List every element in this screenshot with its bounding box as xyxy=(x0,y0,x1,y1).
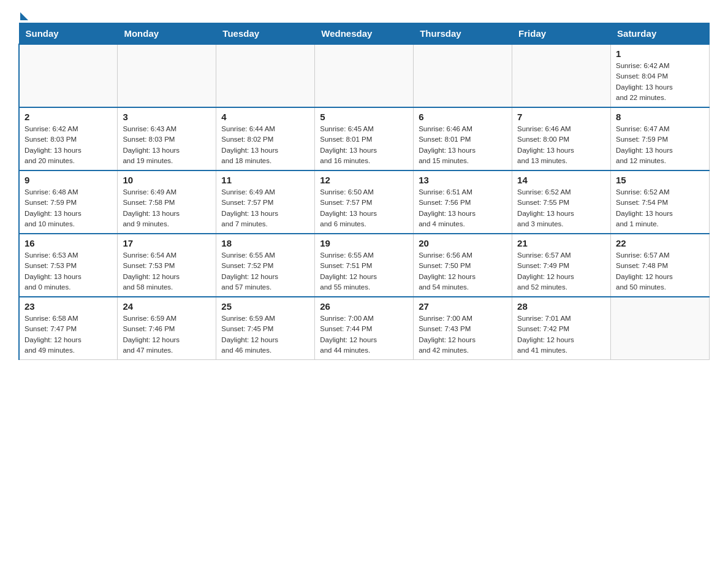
weekday-header-tuesday: Tuesday xyxy=(216,23,315,45)
day-number: 10 xyxy=(123,175,211,185)
day-info: Sunrise: 6:57 AM Sunset: 7:49 PM Dayligh… xyxy=(517,250,605,293)
day-number: 20 xyxy=(419,238,507,248)
calendar-cell: 25Sunrise: 6:59 AM Sunset: 7:45 PM Dayli… xyxy=(216,297,315,360)
day-info: Sunrise: 7:01 AM Sunset: 7:42 PM Dayligh… xyxy=(517,313,605,356)
calendar-week-1: 1Sunrise: 6:42 AM Sunset: 8:04 PM Daylig… xyxy=(19,44,710,107)
day-info: Sunrise: 7:00 AM Sunset: 7:44 PM Dayligh… xyxy=(320,313,408,356)
day-number: 1 xyxy=(616,48,704,59)
calendar-cell: 27Sunrise: 7:00 AM Sunset: 7:43 PM Dayli… xyxy=(414,297,512,360)
day-number: 14 xyxy=(517,175,605,185)
calendar-table: SundayMondayTuesdayWednesdayThursdayFrid… xyxy=(18,23,710,360)
day-number: 28 xyxy=(517,301,605,312)
day-number: 4 xyxy=(221,112,309,122)
calendar-cell: 3Sunrise: 6:43 AM Sunset: 8:03 PM Daylig… xyxy=(118,107,216,170)
day-info: Sunrise: 6:51 AM Sunset: 7:56 PM Dayligh… xyxy=(419,187,507,229)
calendar-cell xyxy=(216,44,315,107)
calendar-cell: 4Sunrise: 6:44 AM Sunset: 8:02 PM Daylig… xyxy=(216,107,315,170)
day-info: Sunrise: 6:42 AM Sunset: 8:04 PM Dayligh… xyxy=(616,61,704,103)
logo xyxy=(18,12,28,17)
day-number: 9 xyxy=(25,175,112,185)
day-info: Sunrise: 6:48 AM Sunset: 7:59 PM Dayligh… xyxy=(25,187,112,229)
calendar-cell: 14Sunrise: 6:52 AM Sunset: 7:55 PM Dayli… xyxy=(512,170,611,234)
day-info: Sunrise: 6:55 AM Sunset: 7:52 PM Dayligh… xyxy=(221,250,309,293)
day-info: Sunrise: 6:55 AM Sunset: 7:51 PM Dayligh… xyxy=(320,250,408,293)
calendar-cell: 13Sunrise: 6:51 AM Sunset: 7:56 PM Dayli… xyxy=(414,170,512,234)
day-info: Sunrise: 6:57 AM Sunset: 7:48 PM Dayligh… xyxy=(616,250,704,293)
calendar-cell: 6Sunrise: 6:46 AM Sunset: 8:01 PM Daylig… xyxy=(414,107,512,170)
day-number: 26 xyxy=(320,301,408,312)
calendar-cell: 10Sunrise: 6:49 AM Sunset: 7:58 PM Dayli… xyxy=(118,170,216,234)
calendar-cell: 18Sunrise: 6:55 AM Sunset: 7:52 PM Dayli… xyxy=(216,234,315,297)
calendar-week-3: 9Sunrise: 6:48 AM Sunset: 7:59 PM Daylig… xyxy=(19,170,710,234)
weekday-header-row: SundayMondayTuesdayWednesdayThursdayFrid… xyxy=(19,23,710,45)
day-number: 27 xyxy=(419,301,507,312)
day-info: Sunrise: 6:50 AM Sunset: 7:57 PM Dayligh… xyxy=(320,187,408,229)
day-number: 11 xyxy=(221,175,309,185)
day-number: 19 xyxy=(320,238,408,248)
weekday-header-thursday: Thursday xyxy=(414,23,512,45)
calendar-cell: 28Sunrise: 7:01 AM Sunset: 7:42 PM Dayli… xyxy=(512,297,611,360)
day-number: 17 xyxy=(123,238,211,248)
calendar-cell: 24Sunrise: 6:59 AM Sunset: 7:46 PM Dayli… xyxy=(118,297,216,360)
calendar-cell xyxy=(512,44,611,107)
calendar-cell xyxy=(118,44,216,107)
day-number: 18 xyxy=(221,238,309,248)
weekday-header-friday: Friday xyxy=(512,23,611,45)
calendar-cell: 12Sunrise: 6:50 AM Sunset: 7:57 PM Dayli… xyxy=(315,170,414,234)
day-info: Sunrise: 6:59 AM Sunset: 7:45 PM Dayligh… xyxy=(221,313,309,356)
day-number: 23 xyxy=(25,301,112,312)
day-info: Sunrise: 6:42 AM Sunset: 8:03 PM Dayligh… xyxy=(25,124,112,166)
day-number: 7 xyxy=(517,112,605,122)
calendar-week-4: 16Sunrise: 6:53 AM Sunset: 7:53 PM Dayli… xyxy=(19,234,710,297)
calendar-cell: 7Sunrise: 6:46 AM Sunset: 8:00 PM Daylig… xyxy=(512,107,611,170)
calendar-cell: 5Sunrise: 6:45 AM Sunset: 8:01 PM Daylig… xyxy=(315,107,414,170)
day-info: Sunrise: 6:53 AM Sunset: 7:53 PM Dayligh… xyxy=(25,250,112,293)
day-number: 3 xyxy=(123,112,211,122)
calendar-cell: 15Sunrise: 6:52 AM Sunset: 7:54 PM Dayli… xyxy=(611,170,710,234)
calendar-header: SundayMondayTuesdayWednesdayThursdayFrid… xyxy=(19,23,710,45)
day-info: Sunrise: 6:52 AM Sunset: 7:54 PM Dayligh… xyxy=(616,187,704,229)
calendar-cell xyxy=(414,44,512,107)
calendar-cell: 17Sunrise: 6:54 AM Sunset: 7:53 PM Dayli… xyxy=(118,234,216,297)
day-info: Sunrise: 6:52 AM Sunset: 7:55 PM Dayligh… xyxy=(517,187,605,229)
day-number: 6 xyxy=(419,112,507,122)
day-info: Sunrise: 6:43 AM Sunset: 8:03 PM Dayligh… xyxy=(123,124,211,166)
day-info: Sunrise: 6:46 AM Sunset: 8:00 PM Dayligh… xyxy=(517,124,605,166)
day-info: Sunrise: 6:44 AM Sunset: 8:02 PM Dayligh… xyxy=(221,124,309,166)
weekday-header-wednesday: Wednesday xyxy=(315,23,414,45)
weekday-header-saturday: Saturday xyxy=(611,23,710,45)
day-info: Sunrise: 6:49 AM Sunset: 7:57 PM Dayligh… xyxy=(221,187,309,229)
day-info: Sunrise: 6:45 AM Sunset: 8:01 PM Dayligh… xyxy=(320,124,408,166)
calendar-cell: 1Sunrise: 6:42 AM Sunset: 8:04 PM Daylig… xyxy=(611,44,710,107)
calendar-cell xyxy=(19,44,118,107)
day-info: Sunrise: 6:58 AM Sunset: 7:47 PM Dayligh… xyxy=(25,313,112,356)
calendar-week-2: 2Sunrise: 6:42 AM Sunset: 8:03 PM Daylig… xyxy=(19,107,710,170)
day-number: 22 xyxy=(616,238,704,248)
calendar-cell: 2Sunrise: 6:42 AM Sunset: 8:03 PM Daylig… xyxy=(19,107,118,170)
calendar-cell xyxy=(315,44,414,107)
day-info: Sunrise: 6:54 AM Sunset: 7:53 PM Dayligh… xyxy=(123,250,211,293)
day-info: Sunrise: 6:49 AM Sunset: 7:58 PM Dayligh… xyxy=(123,187,211,229)
calendar-week-5: 23Sunrise: 6:58 AM Sunset: 7:47 PM Dayli… xyxy=(19,297,710,360)
page-header xyxy=(18,12,710,17)
calendar-cell: 9Sunrise: 6:48 AM Sunset: 7:59 PM Daylig… xyxy=(19,170,118,234)
logo-triangle-icon xyxy=(20,12,28,20)
day-info: Sunrise: 6:56 AM Sunset: 7:50 PM Dayligh… xyxy=(419,250,507,293)
day-number: 8 xyxy=(616,112,704,122)
day-number: 12 xyxy=(320,175,408,185)
day-number: 21 xyxy=(517,238,605,248)
day-number: 25 xyxy=(221,301,309,312)
weekday-header-monday: Monday xyxy=(118,23,216,45)
day-number: 16 xyxy=(25,238,112,248)
calendar-cell: 11Sunrise: 6:49 AM Sunset: 7:57 PM Dayli… xyxy=(216,170,315,234)
day-info: Sunrise: 6:46 AM Sunset: 8:01 PM Dayligh… xyxy=(419,124,507,166)
calendar-cell: 20Sunrise: 6:56 AM Sunset: 7:50 PM Dayli… xyxy=(414,234,512,297)
calendar-cell: 8Sunrise: 6:47 AM Sunset: 7:59 PM Daylig… xyxy=(611,107,710,170)
day-number: 13 xyxy=(419,175,507,185)
weekday-header-sunday: Sunday xyxy=(19,23,118,45)
calendar-body: 1Sunrise: 6:42 AM Sunset: 8:04 PM Daylig… xyxy=(19,44,710,360)
calendar-cell: 21Sunrise: 6:57 AM Sunset: 7:49 PM Dayli… xyxy=(512,234,611,297)
calendar-cell xyxy=(611,297,710,360)
day-info: Sunrise: 6:47 AM Sunset: 7:59 PM Dayligh… xyxy=(616,124,704,166)
calendar-cell: 22Sunrise: 6:57 AM Sunset: 7:48 PM Dayli… xyxy=(611,234,710,297)
